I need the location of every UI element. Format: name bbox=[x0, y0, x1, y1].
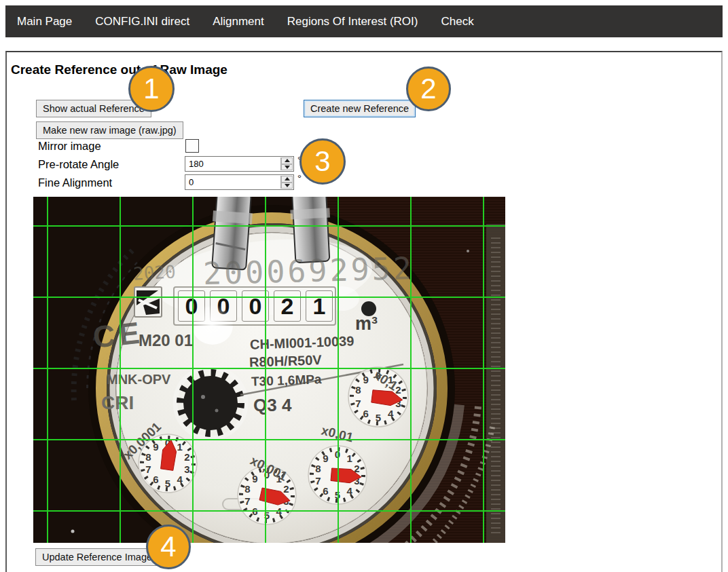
prerotate-angle-label: Pre-rotate Angle bbox=[38, 158, 119, 171]
approval-mark: M20 01 bbox=[139, 331, 193, 350]
page-title: Create Reference out of Raw Image bbox=[11, 62, 228, 77]
spin-down-icon[interactable] bbox=[281, 164, 293, 171]
fine-alignment-degree-symbol: ° bbox=[297, 172, 302, 184]
dial-number: 9 bbox=[323, 453, 328, 464]
ce-mark: CE bbox=[91, 315, 145, 356]
serial-number: 2000692952 bbox=[202, 250, 414, 292]
odometer-digit: 2 bbox=[274, 290, 301, 322]
dial-number: 4 bbox=[346, 485, 352, 497]
dial-number: 4 bbox=[388, 408, 394, 419]
nav-item-alignment[interactable]: Alignment bbox=[213, 15, 264, 28]
dial-number: 9 bbox=[153, 441, 158, 453]
dial-number: 3 bbox=[184, 463, 189, 475]
flow-rate-label: Q3 4 bbox=[253, 395, 291, 416]
dial-number: 6 bbox=[153, 474, 158, 485]
dial-number: 5 bbox=[376, 412, 381, 423]
reference-image-preview: 0123456789x0,10123456789x0,010123456789x… bbox=[33, 197, 505, 543]
mirror-image-label: Mirror image bbox=[38, 140, 101, 153]
serial-year: 2020 bbox=[132, 261, 176, 284]
fine-alignment-value: 0 bbox=[189, 177, 194, 187]
dial-number: 8 bbox=[355, 384, 361, 396]
mirror-image-checkbox[interactable] bbox=[185, 139, 199, 153]
dial-number: 9 bbox=[363, 374, 369, 385]
dial-number: 1 bbox=[177, 441, 182, 453]
nav-item-config-ini[interactable]: CONFIG.INI direct bbox=[95, 15, 189, 28]
dial-number: 9 bbox=[252, 473, 257, 484]
glare-highlight bbox=[191, 304, 233, 343]
fine-alignment-spinner bbox=[280, 176, 293, 189]
meter-photo: 0123456789x0,10123456789x0,010123456789x… bbox=[33, 197, 505, 543]
annotation-circle-1: 1 bbox=[128, 66, 175, 112]
spin-up-icon[interactable] bbox=[281, 157, 293, 164]
brand-label: MNK-OPV bbox=[107, 372, 170, 387]
dial-number: 5 bbox=[165, 478, 170, 489]
type-label: CRI bbox=[101, 392, 134, 414]
dial-number: 6 bbox=[252, 506, 257, 517]
dial-number: 2 bbox=[283, 483, 289, 495]
spin-up-icon[interactable] bbox=[281, 176, 293, 183]
nav-bar: Main Page CONFIG.INI direct Alignment Re… bbox=[5, 5, 723, 37]
dial-number: 1 bbox=[346, 453, 352, 464]
nav-item-roi[interactable]: Regions Of Interest (ROI) bbox=[287, 15, 418, 28]
annotation-circle-3: 3 bbox=[299, 138, 346, 185]
temp-pressure-label: T30 1,6MPa bbox=[251, 372, 322, 389]
annotation-circle-2: 2 bbox=[406, 66, 451, 111]
dial-number: 5 bbox=[335, 489, 340, 501]
dial-number: 6 bbox=[323, 485, 328, 497]
dial-number: 6 bbox=[363, 408, 369, 419]
create-new-reference-button[interactable]: Create new Reference bbox=[304, 100, 416, 117]
prerotate-angle-value: 180 bbox=[189, 159, 204, 169]
spin-down-icon[interactable] bbox=[281, 183, 293, 189]
prerotate-spinner bbox=[280, 157, 293, 170]
dial-number: 7 bbox=[244, 495, 250, 507]
counter-emblem-icon bbox=[134, 286, 162, 318]
dial-number: 2 bbox=[184, 451, 189, 463]
dial-number: 8 bbox=[244, 483, 250, 495]
fine-alignment-input[interactable]: 0 bbox=[185, 174, 294, 190]
screen: Main Page CONFIG.INI direct Alignment Re… bbox=[0, 0, 728, 572]
odometer-digit: 0 bbox=[242, 290, 269, 322]
dial-number: 7 bbox=[145, 463, 151, 475]
unit-label: m³ bbox=[355, 313, 378, 335]
make-new-raw-image-button[interactable]: Make new raw image (raw.jpg) bbox=[36, 121, 183, 139]
dial-number: 4 bbox=[276, 506, 282, 517]
dial-number: 8 bbox=[145, 451, 151, 463]
dial-number: 7 bbox=[315, 475, 321, 487]
update-reference-image-button[interactable]: Update Reference Image bbox=[35, 548, 159, 566]
nav-item-main-page[interactable]: Main Page bbox=[17, 15, 72, 28]
dial-number: 8 bbox=[315, 463, 321, 474]
odometer-digit: 1 bbox=[306, 290, 333, 322]
nav-item-check[interactable]: Check bbox=[441, 15, 473, 28]
dial-number: 4 bbox=[177, 474, 183, 485]
prerotate-angle-input[interactable]: 180 bbox=[185, 156, 294, 172]
ratio-label: R80H/R50V bbox=[249, 352, 322, 370]
annotation-circle-4: 4 bbox=[146, 525, 191, 569]
fine-alignment-label: Fine Alignment bbox=[38, 176, 112, 189]
dial-number: 7 bbox=[355, 398, 361, 409]
dial-number: 0 bbox=[335, 449, 340, 460]
dial-number: 5 bbox=[264, 510, 270, 521]
gear-wheel-icon bbox=[183, 376, 238, 430]
